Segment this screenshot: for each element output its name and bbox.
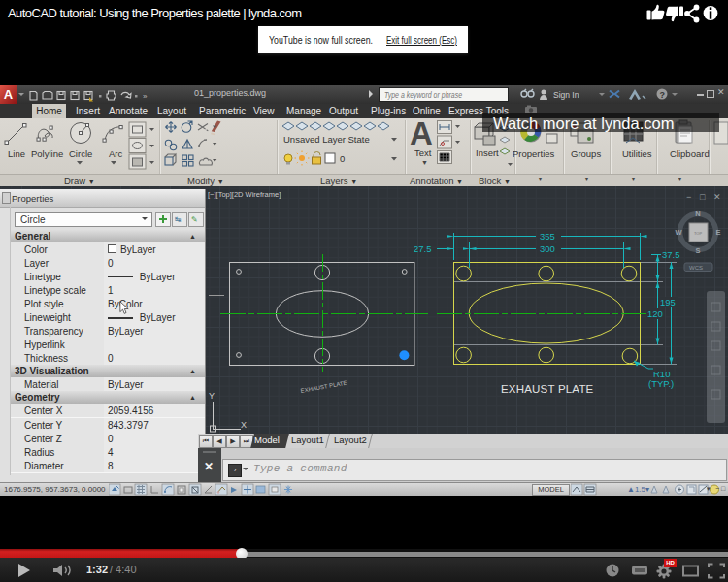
svg-text:Circle: Circle — [69, 148, 92, 159]
svg-text:TOP: TOP — [694, 231, 702, 236]
svg-text:EXHAUST PLATE: EXHAUST PLATE — [501, 383, 594, 395]
svg-text:355: 355 — [540, 231, 555, 242]
svg-text:195: 195 — [660, 297, 676, 307]
svg-text:0: 0 — [340, 153, 345, 164]
svg-text:27.5: 27.5 — [414, 243, 432, 254]
svg-text:W: W — [675, 228, 682, 237]
svg-text:E: E — [715, 228, 720, 237]
svg-text:37.5: 37.5 — [662, 249, 680, 260]
svg-text:−: − — [686, 192, 691, 202]
svg-text:?: ? — [660, 90, 666, 100]
svg-text:Arc: Arc — [109, 148, 123, 159]
svg-text:120: 120 — [647, 308, 663, 319]
svg-text:X: X — [241, 420, 247, 430]
svg-text:N: N — [695, 210, 700, 218]
svg-text:WCS: WCS — [689, 265, 703, 271]
svg-text:✕: ✕ — [713, 192, 721, 202]
svg-text:»: » — [143, 92, 148, 101]
svg-text:□: □ — [700, 192, 706, 202]
svg-text:S: S — [695, 246, 700, 255]
svg-text:Line: Line — [8, 148, 25, 159]
svg-text:Unsaved Layer State: Unsaved Layer State — [283, 134, 370, 145]
svg-text:300: 300 — [540, 243, 555, 254]
svg-text:(TYP.): (TYP.) — [648, 378, 674, 389]
svg-text:Y: Y — [209, 391, 215, 401]
svg-text:Polyline: Polyline — [31, 148, 63, 159]
svg-text:[−][Top][2D Wireframe]: [−][Top][2D Wireframe] — [208, 190, 281, 199]
